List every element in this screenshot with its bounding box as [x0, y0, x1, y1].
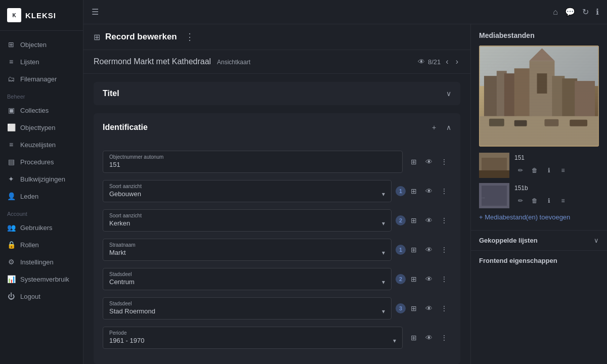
sidebar-navigation: ⊞ Objecten ≡ Lijsten 🗂 Filemanager Behee… [0, 31, 83, 364]
field-value-area-soort-aanzicht-1: Gebouwen ▾ [109, 190, 385, 198]
thumb-delete-button-2[interactable]: 🗑 [529, 195, 541, 207]
sidebar-item-instellingen[interactable]: ⚙ Instellingen [0, 253, 83, 270]
right-panel: Mediabestanden [470, 24, 607, 364]
field-input-periode[interactable]: Periode 1961 - 1970 ▾ [103, 327, 403, 349]
thumb-menu-button-2[interactable]: ≡ [557, 195, 569, 207]
field-eye-btn-soort-aanzicht-1[interactable]: 👁 [422, 184, 436, 198]
sidebar-item-rollen[interactable]: 🔒 Rollen [0, 236, 83, 253]
main-media-image[interactable] [479, 46, 599, 147]
field-input-stadsdeel-1[interactable]: Stadsdeel Centrum ▾ [103, 268, 392, 290]
info-icon[interactable]: ℹ [596, 7, 599, 17]
sidebar-item-label: Objecten [20, 41, 47, 49]
media-thumb-item: ... 151b ✏ 🗑 ℹ ≡ [479, 183, 599, 208]
select-arrow-periode: ▾ [393, 337, 396, 344]
add-media-button[interactable]: + Mediabestand(en) toevoegen [479, 208, 599, 223]
record-more-button[interactable]: ⋮ [185, 31, 194, 42]
field-input-soort-aanzicht-1[interactable]: Soort aanzicht Gebouwen ▾ [103, 180, 392, 202]
field-value-straatnaam: Markt [109, 249, 126, 256]
next-record-button[interactable]: › [454, 56, 460, 67]
sidebar-item-logout[interactable]: ⏻ Logout [0, 288, 83, 305]
field-row-soort-aanzicht-1: Soort aanzicht Gebouwen ▾ 1 ⊞ 👁 ⋮ [103, 180, 451, 202]
sidebar-item-keuzelijsten[interactable]: ≡ Keuzelijsten [0, 136, 83, 153]
field-label-objectnummer: Objectnummer autonum [109, 154, 396, 160]
field-row-stadsdeel-2: Stadsdeel Stad Roermond ▾ 3 ⊞ 👁 ⋮ [103, 297, 451, 320]
field-input-stadsdeel-2[interactable]: Stadsdeel Stad Roermond ▾ [103, 297, 392, 320]
thumb-menu-button-1[interactable]: ≡ [557, 164, 569, 176]
thumb-edit-button-1[interactable]: ✏ [514, 164, 527, 176]
field-more-btn-stadsdeel-2[interactable]: ⋮ [437, 301, 451, 315]
field-container-stadsdeel-1: Stadsdeel Centrum ▾ 2 ⊞ 👁 ⋮ [103, 268, 451, 290]
field-eye-btn-periode[interactable]: 👁 [422, 331, 436, 345]
select-arrow-stadsdeel-2: ▾ [382, 308, 385, 315]
field-more-btn-soort-aanzicht-2[interactable]: ⋮ [437, 213, 451, 228]
field-eye-btn-straatnaam[interactable]: 👁 [422, 243, 436, 257]
gekoppelde-lijsten-header[interactable]: Gekoppelde lijsten ∨ [471, 230, 607, 250]
sidebar-item-procedures[interactable]: ▤ Procedures [0, 153, 83, 170]
field-copy-btn-soort-aanzicht-2[interactable]: ⊞ [407, 213, 421, 228]
field-eye-btn-stadsdeel-1[interactable]: 👁 [422, 272, 436, 286]
titel-section-header[interactable]: Titel ∨ [94, 82, 460, 105]
field-copy-btn-stadsdeel-2[interactable]: ⊞ [407, 301, 421, 315]
field-copy-btn-periode[interactable]: ⊞ [407, 331, 421, 345]
field-container-soort-aanzicht-2: Soort aanzicht Kerken ▾ 2 ⊞ 👁 ⋮ [103, 209, 451, 232]
sidebar-item-leden[interactable]: 👤 Leden [0, 188, 83, 205]
identificatie-chevron-icon: ∧ [446, 123, 451, 131]
field-more-btn-objectnummer[interactable]: ⋮ [437, 155, 451, 169]
field-label-periode: Periode [109, 330, 396, 336]
field-row-stadsdeel-1: Stadsdeel Centrum ▾ 2 ⊞ 👁 ⋮ [103, 268, 451, 290]
field-input-objectnummer[interactable]: Objectnummer autonum 151 [103, 151, 403, 173]
field-more-btn-soort-aanzicht-1[interactable]: ⋮ [437, 184, 451, 198]
field-copy-btn-objectnummer[interactable]: ⊞ [407, 155, 421, 169]
sidebar-item-label: Gebruikers [20, 224, 53, 232]
frontend-eigenschappen-header[interactable]: Frontend eigenschappen [471, 250, 607, 270]
main-image-placeholder [479, 46, 599, 147]
add-field-button[interactable]: + [427, 120, 441, 134]
media-section: Mediabestanden [471, 24, 607, 230]
settings-icon: ⚙ [7, 258, 15, 266]
record-count: 8/21 [428, 58, 441, 66]
media-thumb-item: 151 ✏ 🗑 ℹ ≡ [479, 153, 599, 178]
sidebar-item-objecten[interactable]: ⊞ Objecten [0, 36, 83, 53]
field-actions-periode: ⊞ 👁 ⋮ [407, 331, 451, 345]
frontend-eigenschappen-title: Frontend eigenschappen [479, 257, 557, 264]
thumb-info-button-1[interactable]: ℹ [543, 164, 555, 176]
field-copy-btn-stadsdeel-1[interactable]: ⊞ [407, 272, 421, 286]
thumbnail-image-2[interactable]: ... [479, 183, 509, 208]
field-eye-btn-stadsdeel-2[interactable]: 👁 [422, 301, 436, 315]
field-more-btn-straatnaam[interactable]: ⋮ [437, 243, 451, 257]
thumbnail-name-2: 151b [514, 185, 599, 192]
field-copy-btn-straatnaam[interactable]: ⊞ [407, 243, 421, 257]
thumb-delete-button-1[interactable]: 🗑 [529, 164, 541, 176]
sidebar-item-gebruikers[interactable]: 👥 Gebruikers [0, 219, 83, 236]
sidebar-item-label: Collecties [20, 107, 49, 114]
field-actions-stadsdeel-2: 3 ⊞ 👁 ⋮ [396, 301, 451, 315]
field-value-area-stadsdeel-2: Stad Roermond ▾ [109, 307, 385, 315]
refresh-icon[interactable]: ↻ [582, 7, 589, 17]
thumb-edit-button-2[interactable]: ✏ [514, 195, 527, 207]
sidebar-item-collecties[interactable]: ▣ Collecties [0, 102, 83, 119]
thumbnail-image-1[interactable] [479, 153, 509, 178]
field-input-straatnaam[interactable]: Straatnaam Markt ▾ [103, 239, 392, 261]
sidebar-item-label: Instellingen [20, 258, 54, 266]
sidebar-item-systeemverbruik[interactable]: 📊 Systeemverbruik [0, 270, 83, 288]
sidebar-item-lijsten[interactable]: ≡ Lijsten [0, 53, 83, 70]
home-icon[interactable]: ⌂ [553, 8, 558, 17]
message-icon[interactable]: 💬 [565, 7, 575, 17]
prev-record-button[interactable]: ‹ [444, 56, 450, 67]
sidebar-item-objecttypen[interactable]: ⬜ Objecttypen [0, 119, 83, 136]
keuzelijsten-icon: ≡ [7, 141, 15, 149]
field-input-soort-aanzicht-2[interactable]: Soort aanzicht Kerken ▾ [103, 209, 392, 232]
field-copy-btn-soort-aanzicht-1[interactable]: ⊞ [407, 184, 421, 198]
record-subtitle-bar: Roermond Markt met Kathedraal Ansichtkaa… [83, 50, 470, 74]
logo-area: K KLEKSI [0, 0, 83, 31]
field-eye-btn-soort-aanzicht-2[interactable]: 👁 [422, 213, 436, 228]
field-more-btn-stadsdeel-1[interactable]: ⋮ [437, 272, 451, 286]
field-more-btn-periode[interactable]: ⋮ [437, 331, 451, 345]
thumb-info-button-2[interactable]: ℹ [543, 195, 555, 207]
system-icon: 📊 [7, 275, 15, 283]
field-eye-btn-objectnummer[interactable]: 👁 [422, 155, 436, 169]
menu-icon[interactable]: ☰ [92, 7, 99, 17]
field-row-soort-aanzicht-2: Soort aanzicht Kerken ▾ 2 ⊞ 👁 ⋮ [103, 209, 451, 232]
sidebar-item-filemanager[interactable]: 🗂 Filemanager [0, 70, 83, 87]
sidebar-item-bulkwijzigingen[interactable]: ✦ Bulkwijzigingen [0, 170, 83, 188]
